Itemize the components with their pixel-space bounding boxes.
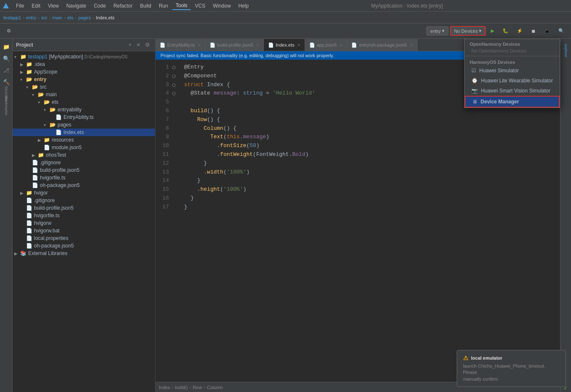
sidebar-icon-build[interactable]: 🔨 (2, 77, 11, 87)
huawei-lite-wearable-item[interactable]: ⌚ Huawei Lite Wearable Simulator (465, 76, 560, 86)
search-button[interactable]: 🔍 (555, 27, 568, 35)
menu-refactor[interactable]: Refactor (110, 2, 136, 10)
entry-label: entry (430, 29, 440, 34)
tree-item-ohostest[interactable]: ▶ 📁 ohosTest (13, 151, 155, 159)
tree-item-entryability[interactable]: ▾ 📂 entryability (13, 106, 155, 113)
tree-item-ets[interactable]: ▾ 📂 ets (13, 98, 155, 106)
tree-item-hvigorw[interactable]: ▶ 📄 hvigorw (13, 219, 155, 227)
code-breadcrumb-item-2[interactable]: Row (193, 385, 202, 390)
menu-file[interactable]: File (13, 2, 27, 10)
tree-item-index-ets[interactable]: ▶ 📄 Index.ets (13, 129, 155, 136)
tab-close-entryability[interactable]: ✕ (197, 43, 201, 47)
tab-entryability-ts[interactable]: 📄 EntryAbility.ts ✕ (155, 39, 205, 51)
breadcrumb-item-4[interactable]: ets (67, 15, 74, 20)
code-breadcrumb-item-0[interactable]: Index (159, 385, 170, 390)
sidebar-icon-vcs[interactable]: ⎇ (2, 66, 11, 75)
menu-help[interactable]: Help (235, 2, 252, 10)
tab-close-build-profile[interactable]: ✕ (256, 43, 259, 47)
tab-oh-package[interactable]: 📄 entry\oh-package.json5 ✕ (347, 39, 417, 51)
breadcrumb-item-5[interactable]: pages (78, 15, 91, 20)
breadcrumb-item-3[interactable]: main (52, 15, 62, 20)
breadcrumb-item-2[interactable]: src (41, 15, 47, 20)
breadcrumb: testapp1 › entry › src › main › ets › pa… (0, 12, 571, 24)
tree-item-external[interactable]: ▶ 📚 External Libraries (13, 250, 155, 257)
tree-root[interactable]: ▾ 📁 testapp1 [MyApplication] D:\Coding\H… (13, 53, 155, 61)
toolbar: ⚙ entry ▾ No Devices ▾ ▶ 🐛 ⚡ ⏹ 📱 🔍 (0, 24, 571, 39)
notification: ⚠ local emulator launch Chicho_Huawei_Ph… (457, 350, 566, 387)
run-config-button[interactable]: entry ▾ (426, 26, 448, 35)
code-text[interactable]: @Entry @Component struct Index { @State … (179, 60, 560, 382)
tree-item-src[interactable]: ▾ 📂 src (13, 83, 155, 91)
stop-button[interactable]: ⏹ (528, 27, 539, 35)
menu-window[interactable]: Window (210, 2, 234, 10)
line-numbers: 12345 678910 1112131415 1617 (155, 60, 172, 382)
breadcrumb-item-0[interactable]: testapp1 (3, 15, 21, 20)
no-devices-label: No Devices (454, 29, 478, 34)
tree-item-hvigorfile2[interactable]: ▶ 📄 hvigorfile.ts (13, 212, 155, 219)
device-manager-item[interactable]: 🖥 Device Manager (465, 96, 560, 108)
menu-view[interactable]: View (45, 2, 62, 10)
tree-item-buildprofile1[interactable]: ▶ 📄 build-profile.json5 (13, 166, 155, 174)
menu-navigate[interactable]: Navigate (63, 2, 89, 10)
panel-add-button[interactable]: + (127, 41, 134, 48)
tab-close-index-ets[interactable]: ✕ (297, 43, 300, 47)
no-devices-button[interactable]: No Devices ▾ (450, 26, 486, 36)
chevron-down-icon: ▾ (442, 28, 445, 34)
tree-item-local-props[interactable]: ▶ 📄 local.properties (13, 234, 155, 242)
dropdown-arrow-icon: ▾ (479, 28, 482, 34)
tab-app-json5[interactable]: 📄 app.json5 ✕ (305, 39, 347, 51)
panel-settings-button[interactable]: ⚙ (143, 41, 152, 48)
tab-build-profile[interactable]: 📄 build-profile.json5 ✕ (205, 39, 264, 51)
menu-build[interactable]: Build (137, 2, 155, 10)
panel-collapse-button[interactable]: ≡ (135, 41, 142, 48)
settings-button[interactable]: ⚙ (3, 27, 14, 35)
tab-close-oh-package[interactable]: ✕ (410, 43, 413, 47)
code-editor[interactable]: 12345 678910 1112131415 1617 ○○○ ○ @Entr… (155, 60, 560, 382)
code-breadcrumb-item-3[interactable]: Column (207, 385, 223, 390)
tree-item-module-json5[interactable]: ▶ 📄 module.json5 (13, 144, 155, 151)
tree-item-main[interactable]: ▾ 📂 main (13, 91, 155, 98)
hdc-button[interactable]: 📱 (541, 27, 553, 35)
panel-header: Project + ≡ ⚙ (13, 39, 155, 51)
debug-button[interactable]: 🐛 (499, 27, 512, 35)
breadcrumb-item-1[interactable]: entry (26, 15, 36, 20)
tree-item-idea[interactable]: ▶ 📁 .idea (13, 61, 155, 68)
app-logo (2, 2, 10, 10)
devices-dropdown-overlay: OpenHarmony Devices No OpenHarmony Devic… (464, 39, 560, 108)
menu-code[interactable]: Code (90, 2, 109, 10)
code-breadcrumb-item-1[interactable]: build() (175, 385, 188, 390)
tree-item-hvigorfile-ts[interactable]: ▶ 📄 hvigorfile.ts (13, 174, 155, 182)
menu-edit[interactable]: Edit (28, 2, 44, 10)
panel-title: Project (16, 42, 125, 48)
tree-item-ohpackage2[interactable]: ▶ 📄 oh-package.json5 (13, 242, 155, 250)
tree-item-entryability-ts[interactable]: ▶ 📄 EntryAbility.ts (13, 113, 155, 121)
run-button[interactable]: ▶ (487, 27, 497, 35)
menu-tools[interactable]: Tools (172, 2, 191, 10)
tree-item-pages[interactable]: ▾ 📂 pages (13, 121, 155, 129)
sidebar-icon-bookmarks[interactable]: Bookmarks (3, 101, 9, 110)
tree-item-resources[interactable]: ▶ 📁 resources (13, 136, 155, 144)
huawei-simulator-item[interactable]: ☑ Huawei Simulator (465, 66, 560, 76)
tree-item-appscope[interactable]: ▶ 📁 AppScope (13, 68, 155, 76)
tab-index-ets[interactable]: 📄 Index.ets ✕ (264, 39, 305, 51)
sidebar-icon-project[interactable]: 📁 (2, 42, 11, 51)
left-sidebar: 📁 🔍 ⎇ 🔨 Structure Bookmarks (0, 39, 13, 392)
tree-item-ohpackage1[interactable]: ▶ 📄 oh-package.json5 (13, 182, 155, 189)
menu-run[interactable]: Run (155, 2, 171, 10)
explorer-icon[interactable]: explorer (562, 41, 570, 60)
profile-button[interactable]: ⚡ (513, 27, 526, 35)
breadcrumb-item-6[interactable]: Index.ets (96, 15, 115, 20)
openharmony-devices-header: OpenHarmony Devices (465, 39, 560, 47)
tree-item-gitignore1[interactable]: ▶ 📄 .gitignore (13, 159, 155, 166)
sidebar-icon-search[interactable]: 🔍 (2, 54, 11, 63)
tab-close-app-json5[interactable]: ✕ (339, 43, 342, 47)
tree-item-hvigor[interactable]: ▶ 📁 hvigor (13, 189, 155, 197)
tree-item-hvigorw-bat[interactable]: ▶ 📄 hvigorw.bat (13, 227, 155, 234)
tree-item-entry[interactable]: ▾ 📂 entry (13, 76, 155, 83)
no-openharmony-devices: No OpenHarmony Devices (465, 47, 560, 55)
right-sidebar: explorer ✓ (560, 39, 571, 392)
menu-vcs[interactable]: VCS (192, 2, 209, 10)
tree-item-gitignore2[interactable]: ▶ 📄 .gitignore (13, 197, 155, 204)
huawei-smart-vision-item[interactable]: 📷 Huawei Smart Vision Simulator (465, 86, 560, 96)
tree-item-buildprofile2[interactable]: ▶ 📄 build-profile.json5 (13, 204, 155, 212)
